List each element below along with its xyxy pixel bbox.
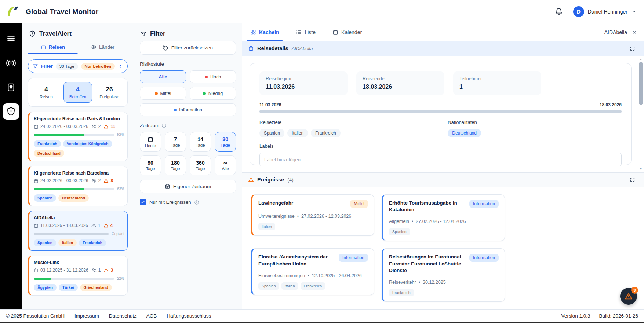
period-option-14[interactable]: 14 Tage (190, 132, 211, 152)
details-body: Reisebeginn 11.03.2026 Reiseende 18.03.2… (242, 56, 644, 172)
scroll-up-arrow[interactable]: ▲ (640, 57, 642, 61)
trip-participants: 2 (98, 124, 101, 129)
grid-icon (250, 29, 256, 35)
events-title: Ereignisse (257, 177, 284, 183)
warning-triangle-icon (248, 177, 254, 183)
info-icon[interactable] (161, 123, 167, 128)
period-option-7[interactable]: 7 Tage (165, 132, 186, 152)
period-option-180[interactable]: 180 Tage (165, 155, 186, 175)
reset-icon (163, 45, 168, 51)
nationalities-label: Nationalitäten (448, 120, 622, 125)
trip-alert-count: 11 (110, 124, 115, 129)
risk-info-dot (174, 109, 177, 111)
event-meta: Einreisebestimmungen • 12.10.2025 - 26.0… (258, 273, 368, 278)
event-card[interactable]: Lawinengefahr Mittel Umweltereignisse • … (251, 194, 374, 236)
trip-dates: 24.02.2026 - 03.03.2026 (40, 124, 88, 129)
tab-kacheln[interactable]: Kacheln (247, 23, 283, 41)
calendar-icon (332, 29, 338, 35)
period-option-heute[interactable]: Heute (140, 132, 161, 152)
event-meta: Allgemein • 27.02.2026 - 12.04.2026 (389, 219, 499, 224)
stat-reisen[interactable]: 4 Reisen (32, 82, 61, 103)
expand-icon[interactable] (630, 177, 635, 183)
tab-laender[interactable]: Länder (78, 41, 128, 54)
expand-icon[interactable] (630, 46, 635, 51)
link-impressum[interactable]: Impressum (74, 313, 99, 319)
stat-betroffen[interactable]: 4 Betroffen (63, 82, 92, 103)
warning-triangle-icon (625, 292, 633, 300)
info-icon[interactable] (194, 200, 199, 205)
trip-meta: 03.12.2025 - 31.12.2026 1 3 (34, 268, 124, 273)
event-category: Einreisebestimmungen (258, 273, 305, 278)
event-category: Reiseverkehr (389, 280, 416, 285)
country-tag: Vereinigtes Königreich (63, 140, 112, 147)
menu-icon (6, 34, 16, 44)
trip-tags: Frankreich Vereinigtes Königreich Deutsc… (34, 140, 124, 157)
travel-alert-title: TravelAlert (39, 30, 72, 37)
period-option-360[interactable]: 360 Tage (190, 155, 211, 175)
filter-reset-button[interactable]: Filter zurücksetzen (140, 41, 236, 55)
tab-reisen[interactable]: Reisen (28, 41, 78, 54)
trip-tags: Spanien Deutschland (34, 194, 124, 202)
risk-medium-dot (155, 92, 158, 95)
period-option-30[interactable]: 30 Tage (215, 132, 236, 152)
risk-option-alle[interactable]: Alle (140, 70, 186, 83)
risk-option-niedrig[interactable]: Niedrig (190, 87, 236, 100)
details-scrollbar-thumb[interactable] (639, 62, 643, 105)
globe-icon (91, 44, 97, 50)
field-reiseende: Reiseende 18.03.2026 (356, 71, 444, 95)
tab-liste[interactable]: Liste (292, 23, 319, 41)
trip-meta: 11.03.2026 - 18.03.2026 1 4 (34, 223, 124, 228)
sidebar-item-passport[interactable] (3, 79, 19, 95)
trip-card-selected[interactable]: AIDAbella 11.03.2026 - 18.03.2026 1 4 Ge… (28, 211, 128, 251)
trip-card[interactable]: Muster-Link 03.12.2025 - 31.12.2026 1 3 … (28, 256, 128, 296)
trip-card[interactable]: KI-generierte Reise nach Barcelona 24.02… (28, 166, 128, 206)
event-tags: Frankreich (389, 289, 499, 296)
shield-alert-icon (29, 30, 36, 37)
details-fields: Reisebeginn 11.03.2026 Reiseende 18.03.2… (259, 71, 622, 95)
trip-filter-bar[interactable]: Filter 30 Tage Nur betroffen (28, 59, 128, 73)
risk-low-dot (203, 92, 206, 95)
custom-period-button[interactable]: Eigener Zeitraum (140, 180, 236, 193)
sidebar-item-alert-monitor[interactable] (3, 55, 19, 71)
risk-option-information[interactable]: Information (140, 103, 236, 116)
event-card[interactable]: Reisestörungen im Eurotunnel-Eurostar-Eu… (382, 248, 505, 302)
close-icon[interactable] (632, 29, 637, 35)
nav-rail (0, 23, 22, 309)
trip-card[interactable]: KI-generierte Reise nach Paris & London … (28, 112, 128, 161)
link-agb[interactable]: AGB (146, 313, 157, 319)
tab-kalender[interactable]: Kalender (329, 23, 365, 41)
events-only-checkbox[interactable] (140, 199, 146, 205)
selected-trip-chip: AIDAbella (604, 29, 637, 35)
notifications-button[interactable] (555, 8, 563, 16)
details-subtitle: AIDAbella (292, 46, 313, 51)
event-card[interactable]: Erhöhte Tourismusabgabe in Katalonien In… (382, 194, 505, 241)
link-datenschutz[interactable]: Datenschutz (109, 313, 137, 319)
list-icon (296, 29, 302, 35)
menu-button[interactable] (3, 31, 19, 47)
alerts-fab-button[interactable]: 3 (620, 288, 637, 305)
label-input[interactable] (259, 153, 622, 166)
user-menu[interactable]: D Daniel Henninger (573, 6, 637, 17)
users-icon (91, 178, 97, 183)
meta-separator: • (297, 214, 299, 219)
briefcase-icon (248, 45, 254, 51)
stat-ereignisse[interactable]: 26 Ereignisse (95, 82, 124, 103)
event-card[interactable]: Einreise-/Ausreisesystem der Europäische… (251, 248, 374, 295)
period-option-alle[interactable]: ∞ Alle (215, 155, 236, 175)
link-haftungsausschluss[interactable]: Haftungsausschluss (167, 313, 211, 319)
calendar-icon (148, 136, 153, 142)
users-icon (91, 268, 97, 273)
warning-triangle-icon (103, 223, 109, 228)
tab-kacheln-label: Kacheln (259, 29, 279, 35)
event-meta: Reiseverkehr • 30.12.2025 (389, 280, 499, 285)
infinity-icon: ∞ (223, 160, 227, 165)
risk-option-mittel[interactable]: Mittel (140, 87, 186, 100)
chevron-left-icon[interactable] (118, 64, 123, 69)
scroll-down-arrow[interactable]: ▼ (640, 167, 642, 171)
page-footer: © 2025 Passolution GmbH Impressum Datens… (0, 309, 644, 322)
risk-option-hoch[interactable]: Hoch (190, 70, 236, 83)
trip-title: AIDAbella (34, 215, 124, 220)
sidebar-item-travel-alert[interactable] (3, 103, 19, 120)
period-option-90[interactable]: 90 Tage (140, 155, 161, 175)
page-title: Global Travel Monitor (26, 8, 98, 16)
